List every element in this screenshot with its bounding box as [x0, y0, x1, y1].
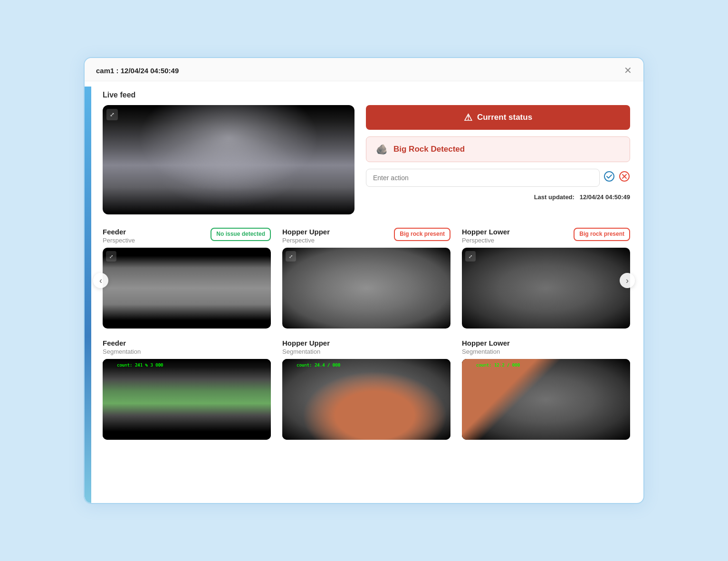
cam-hopper-lower-seg-info: Hopper Lower Segmentation — [462, 339, 510, 355]
cam-feeder-persp-info: Feeder Perspective — [103, 228, 135, 244]
cameras-grid-perspective: Feeder Perspective No issue detected ⤢ H… — [103, 228, 630, 329]
camera-hopper-upper-perspective: Hopper Upper Perspective Big rock presen… — [282, 228, 450, 329]
cam-hopper-lower-persp-badge: Big rock present — [574, 228, 630, 241]
cam-hopper-lower-persp-video[interactable]: ⤢ — [462, 248, 630, 329]
alert-label: Big Rock Detected — [393, 145, 465, 154]
cam-hopper-upper-seg-info: Hopper Upper Segmentation — [282, 339, 330, 355]
camera-hopper-upper-segmentation: Hopper Upper Segmentation ⤢ count: 24.4 … — [282, 339, 450, 440]
nav-arrow-right[interactable]: › — [620, 273, 635, 288]
alert-box: 🪨 Big Rock Detected — [366, 136, 630, 162]
camera-hopper-lower-segmentation: Hopper Lower Segmentation ⤢ count: 12.2 … — [462, 339, 630, 440]
window-title: cam1 : 12/04/24 04:50:49 — [96, 67, 179, 75]
camera-feeder-perspective: Feeder Perspective No issue detected ⤢ — [103, 228, 271, 329]
cam-hopper-upper-seg-video[interactable]: ⤢ count: 24.4 / 000 — [282, 359, 450, 440]
cam-hopper-lower-persp-feed — [462, 248, 630, 329]
cam-hopper-lower-seg-video[interactable]: ⤢ count: 12.2 / 000 — [462, 359, 630, 440]
cam-hopper-upper-persp-badge: Big rock present — [394, 228, 450, 241]
title-bar: cam1 : 12/04/24 04:50:49 ✕ — [85, 58, 643, 81]
action-row — [366, 169, 630, 187]
cam-hopper-lower-seg-feed — [462, 359, 630, 440]
cam-feeder-seg-feed — [103, 359, 271, 440]
cam-feeder-persp-video[interactable]: ⤢ — [103, 248, 271, 329]
warning-icon: ⚠ — [464, 112, 472, 123]
cam-hopper-upper-persp-feed — [282, 248, 450, 329]
cam-hopper-lower-seg-header: Hopper Lower Segmentation — [462, 339, 630, 355]
cam-hopper-upper-persp-subtitle: Perspective — [282, 237, 330, 244]
cam-hopper-lower-seg-subtitle: Segmentation — [462, 348, 510, 355]
close-button[interactable]: ✕ — [624, 66, 632, 75]
cam-hopper-lower-persp-header: Hopper Lower Perspective Big rock presen… — [462, 228, 630, 244]
cam-feeder-seg-video[interactable]: ⤢ count: 241 % 3 000 — [103, 359, 271, 440]
cam-feeder-seg-label: count: 241 % 3 000 — [117, 363, 163, 368]
camera-feeder-segmentation: Feeder Segmentation ⤢ count: 241 % 3 000 — [103, 339, 271, 440]
cam-hopper-upper-persp-expand-icon[interactable]: ⤢ — [286, 251, 296, 261]
cam-hopper-lower-persp-expand-icon[interactable]: ⤢ — [465, 251, 476, 261]
main-video[interactable]: ⤢ — [103, 105, 354, 214]
cam-hopper-lower-persp-title: Hopper Lower — [462, 228, 510, 236]
cam-feeder-seg-header: Feeder Segmentation — [103, 339, 271, 355]
action-cancel-button[interactable] — [619, 171, 630, 185]
cam-feeder-persp-expand-icon[interactable]: ⤢ — [106, 251, 116, 261]
cam-hopper-upper-persp-header: Hopper Upper Perspective Big rock presen… — [282, 228, 450, 244]
last-updated-label: Last updated: — [534, 193, 575, 201]
cam-hopper-upper-seg-subtitle: Segmentation — [282, 348, 330, 355]
cameras-grid-segmentation: Feeder Segmentation ⤢ count: 241 % 3 000… — [103, 339, 630, 440]
cam-feeder-seg-subtitle: Segmentation — [103, 348, 141, 355]
cam-hopper-upper-persp-title: Hopper Upper — [282, 228, 330, 236]
cam-feeder-persp-badge: No issue detected — [211, 228, 271, 241]
cam-feeder-persp-header: Feeder Perspective No issue detected — [103, 228, 271, 244]
current-status-label: Current status — [477, 113, 532, 122]
last-updated: Last updated: 12/04/24 04:50:49 — [366, 193, 630, 201]
cam-hopper-lower-seg-title: Hopper Lower — [462, 339, 510, 347]
right-panel: ⚠ Current status 🪨 Big Rock Detected — [366, 105, 630, 214]
nav-arrow-left[interactable]: ‹ — [93, 273, 108, 288]
cam-feeder-persp-title: Feeder — [103, 228, 135, 236]
cam-hopper-upper-persp-video[interactable]: ⤢ — [282, 248, 450, 329]
main-window: cam1 : 12/04/24 04:50:49 ✕ Live feed ⤢ ⚠… — [84, 57, 644, 504]
current-status-bar: ⚠ Current status — [366, 105, 630, 130]
last-updated-value: 12/04/24 04:50:49 — [580, 193, 630, 201]
cam-feeder-persp-subtitle: Perspective — [103, 237, 135, 244]
cam-hopper-lower-persp-subtitle: Perspective — [462, 237, 510, 244]
main-live-video-feed: ⤢ — [103, 105, 354, 214]
cam-hopper-lower-persp-info: Hopper Lower Perspective — [462, 228, 510, 244]
svg-point-0 — [604, 172, 614, 181]
action-confirm-button[interactable] — [603, 171, 615, 185]
main-video-expand-icon[interactable]: ⤢ — [106, 109, 118, 120]
cam-hopper-upper-persp-info: Hopper Upper Perspective — [282, 228, 330, 244]
cam-feeder-persp-feed — [103, 248, 271, 329]
cam-feeder-seg-title: Feeder — [103, 339, 141, 347]
top-section: ⤢ ⚠ Current status 🪨 Big Rock Detected — [103, 105, 630, 214]
cam-hopper-upper-seg-header: Hopper Upper Segmentation — [282, 339, 450, 355]
sidebar-accent — [85, 87, 91, 503]
camera-hopper-lower-perspective: Hopper Lower Perspective Big rock presen… — [462, 228, 630, 329]
cam-hopper-lower-seg-label: count: 12.2 / 000 — [476, 363, 520, 368]
cam-hopper-upper-seg-label: count: 24.4 / 000 — [297, 363, 340, 368]
cam-hopper-upper-seg-title: Hopper Upper — [282, 339, 330, 347]
cam-hopper-upper-seg-feed — [282, 359, 450, 440]
live-feed-label: Live feed — [103, 91, 630, 99]
cam-feeder-seg-info: Feeder Segmentation — [103, 339, 141, 355]
content-area: Live feed ⤢ ⚠ Current status 🪨 Big Ro — [85, 81, 643, 449]
rock-icon: 🪨 — [376, 144, 388, 155]
action-input[interactable] — [366, 169, 600, 187]
